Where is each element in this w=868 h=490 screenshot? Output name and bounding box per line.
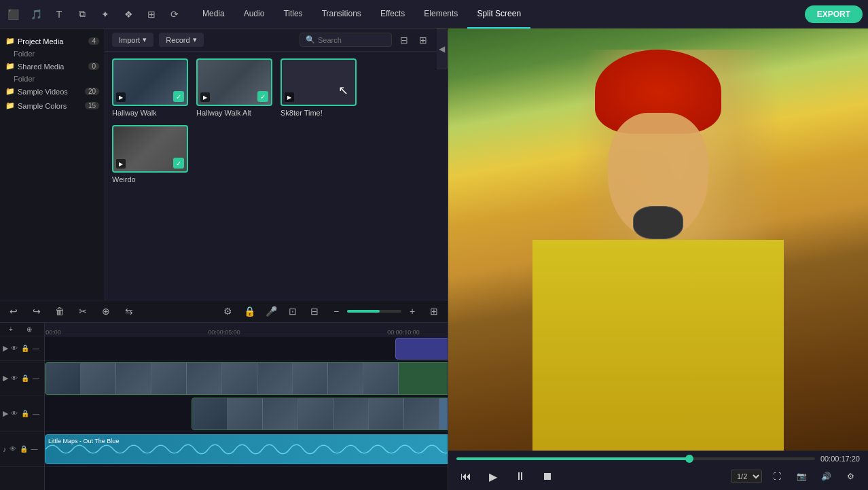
timeline-ruler: 00:00:00:00 00:00:05:00 00:00:10:00 00:0…	[45, 323, 448, 336]
progress-knob[interactable]	[685, 455, 693, 463]
timeline-overlay-button[interactable]: ⊟	[306, 303, 323, 319]
effects-toolbar-icon[interactable]: ✦	[98, 7, 113, 22]
right-control-buttons: 1/2 1x 2x ⛶ 📷 🔊 ⚙	[731, 467, 860, 486]
sidebar-item-sample-videos[interactable]: 📁 Sample Videos 20	[0, 84, 105, 99]
media-thumb-weirdo[interactable]: ▶ ✓ Weirdo	[112, 125, 188, 183]
stop-button[interactable]: ⏹	[538, 467, 557, 486]
track-eye-video2[interactable]: 👁	[10, 409, 18, 418]
sidebar-label-sample-colors: Sample Colors	[18, 102, 67, 110]
sidebar-item-shared-media[interactable]: 📁 Shared Media 0	[0, 59, 105, 73]
track-mute-overlay[interactable]: —	[32, 344, 40, 353]
sidebar-item-folder[interactable]: Folder	[0, 48, 105, 59]
track-eye-overlay[interactable]: 👁	[10, 344, 18, 353]
sidebar-badge-shared-media: 0	[88, 63, 99, 70]
ripple-button[interactable]: ⊕	[98, 303, 114, 319]
redo-button[interactable]: ↪	[29, 303, 45, 319]
delete-button[interactable]: 🗑	[52, 303, 68, 319]
media-thumb-sk8ter[interactable]: ▶ ↖ Sk8ter Time!	[281, 58, 357, 117]
track-lock-video[interactable]: 🔒	[20, 374, 30, 383]
grid-view-button[interactable]: ⊞	[416, 33, 430, 47]
timeline-mic-button[interactable]: 🎤	[263, 303, 279, 319]
sidebar-badge-project-media: 4	[88, 37, 99, 45]
search-input[interactable]	[318, 36, 386, 44]
clip-video-main[interactable]	[45, 362, 448, 395]
clip-overlay[interactable]: ??? 🎭 ❓❓	[395, 338, 448, 360]
media-thumb-img-weirdo[interactable]: ▶ ✓	[112, 125, 188, 173]
export-button[interactable]: EXPORT	[805, 5, 863, 23]
record-label: Record	[166, 36, 189, 44]
elements-toolbar-icon[interactable]: ❖	[121, 7, 136, 22]
media-toolbar-icon[interactable]: ⬛	[5, 7, 20, 22]
sidebar-item-project-media[interactable]: 📁 Project Media 4	[0, 34, 105, 48]
media-thumb-img-sk8ter[interactable]: ▶ ↖	[281, 58, 357, 106]
snapshot-button[interactable]: 📷	[792, 467, 811, 486]
filter-button[interactable]: ⊟	[397, 33, 411, 47]
track-icon-overlay: ▶	[3, 344, 8, 353]
audio-toolbar-icon[interactable]: 🎵	[29, 7, 43, 22]
share-toolbar-icon[interactable]: ⟳	[167, 7, 182, 22]
tab-transitions[interactable]: Transitions	[312, 0, 371, 29]
progress-bar[interactable]	[456, 457, 815, 460]
timeline-settings-button[interactable]: ⚙	[219, 303, 236, 319]
grid-toolbar-icon[interactable]: ⊞	[144, 7, 159, 22]
sidebar-item-sample-colors[interactable]: 📁 Sample Colors 15	[0, 99, 105, 113]
fullscreen-button[interactable]: ⊞	[426, 303, 442, 319]
tab-effects[interactable]: Effects	[371, 0, 414, 29]
pause-button[interactable]: ⏸	[511, 467, 530, 486]
zoom-out-button[interactable]: −	[328, 303, 344, 319]
clip-audio[interactable]: Little Maps - Out The Blue	[45, 434, 448, 464]
check-icon: ✓	[173, 91, 184, 102]
add-media-button[interactable]: ⊕	[21, 323, 37, 338]
track-mute-audio[interactable]: —	[31, 444, 39, 453]
sidebar-label-shared-media: Shared Media	[18, 63, 65, 71]
tab-splitscreen[interactable]: Split Screen	[467, 0, 530, 29]
track-eye-audio[interactable]: 👁	[9, 444, 17, 453]
sidebar-item-folder2[interactable]: Folder	[0, 73, 105, 84]
play-buttons: ⏮ ▶ ⏸ ⏹	[456, 467, 557, 486]
track-mute-video[interactable]: —	[32, 374, 40, 383]
audio-preview-button[interactable]: 🔊	[816, 467, 835, 486]
zoom-controls: − +	[328, 303, 420, 319]
tab-media[interactable]: Media	[193, 0, 234, 29]
track-lock-overlay[interactable]: 🔒	[20, 344, 30, 353]
ruler-mark-10: 00:00:10:00	[387, 329, 420, 336]
timeline-lock-button[interactable]: 🔒	[241, 303, 257, 319]
track-eye-video[interactable]: 👁	[10, 374, 18, 383]
fullscreen-preview-button[interactable]: ⛶	[767, 467, 786, 486]
tab-titles[interactable]: Titles	[274, 0, 312, 29]
record-button[interactable]: Record ▾	[159, 33, 203, 47]
cut-button[interactable]: ✂	[75, 303, 91, 319]
media-thumb-img-hallway-walk[interactable]: ▶ ✓	[112, 58, 188, 106]
clip-thumb-8	[293, 363, 328, 394]
transitions-toolbar-icon[interactable]: ⧉	[75, 7, 90, 22]
clip-thumbnail-strip-2	[192, 398, 448, 430]
play-button[interactable]: ▶	[484, 467, 503, 486]
track-lock-audio[interactable]: 🔒	[19, 444, 29, 453]
tab-elements[interactable]: Elements	[414, 0, 467, 29]
media-thumb-img-hallway-walk-alt[interactable]: ▶ ✓	[196, 58, 272, 106]
track-lock-video2[interactable]: 🔒	[20, 409, 30, 418]
zoom-slider[interactable]	[347, 310, 401, 313]
import-button[interactable]: Import ▾	[112, 33, 153, 47]
media-thumb-hallway-walk[interactable]: ▶ ✓ Hallway Walk	[112, 58, 188, 117]
detach-button[interactable]: ⇆	[121, 303, 137, 319]
prev-frame-button[interactable]: ⏮	[456, 467, 475, 486]
folder-icon: 📁	[5, 37, 15, 46]
zoom-in-button[interactable]: +	[404, 303, 420, 319]
settings-preview-button[interactable]: ⚙	[841, 467, 860, 486]
undo-button[interactable]: ↩	[5, 303, 22, 319]
text-toolbar-icon[interactable]: T	[52, 7, 67, 22]
track-icon-video2: ▶	[3, 409, 8, 418]
clip2-thumb-3	[263, 398, 298, 430]
folder-icon-2: 📁	[5, 62, 15, 71]
toolbar-icons: ⬛ 🎵 T ⧉ ✦ ❖ ⊞ ⟳	[5, 7, 182, 22]
timeline-caption-button[interactable]: ⊡	[285, 303, 301, 319]
clip-video-secondary[interactable]	[192, 398, 448, 430]
collapse-panel-arrow[interactable]: ◀	[437, 29, 448, 69]
speed-selector[interactable]: 1/2 1x 2x	[731, 470, 762, 483]
tab-audio[interactable]: Audio	[234, 0, 274, 29]
timeline-right-controls: ⚙ 🔒 🎤 ⊡ ⊟ − + ⊞	[219, 303, 442, 319]
track-mute-video2[interactable]: —	[32, 409, 40, 418]
media-thumb-hallway-walk-alt[interactable]: ▶ ✓ Hallway Walk Alt	[196, 58, 272, 117]
add-track-button[interactable]: +	[3, 323, 19, 338]
